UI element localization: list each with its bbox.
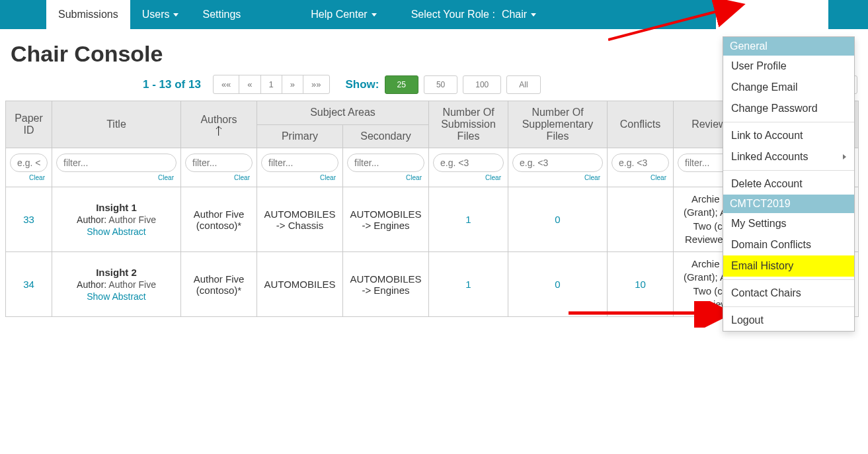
pagesize-100[interactable]: 100: [463, 75, 501, 94]
secondary-cell: AUTOMOBILES -> Engines: [343, 252, 429, 317]
divider: [723, 170, 854, 171]
filter-conflicts[interactable]: [612, 154, 669, 172]
col-secondary[interactable]: Secondary: [343, 124, 429, 148]
chevron-down-icon: [173, 13, 178, 17]
menu-delete-account[interactable]: Delete Account: [723, 173, 854, 195]
role-label: Select Your Role :: [411, 9, 495, 21]
show-abstract-link[interactable]: Show Abstract: [87, 226, 146, 237]
filter-secondary[interactable]: [347, 154, 424, 172]
paper-id-link[interactable]: 34: [23, 279, 34, 290]
menu-email-history[interactable]: Email History: [723, 255, 854, 277]
chevron-down-icon: [372, 13, 377, 17]
paper-author-line: Author: Author Five: [56, 279, 177, 290]
filter-numsupp[interactable]: [512, 154, 603, 172]
pagesize-25[interactable]: 25: [385, 75, 418, 94]
clear-filter[interactable]: Clear: [10, 174, 48, 181]
clear-filter[interactable]: Clear: [185, 174, 253, 181]
col-authors[interactable]: Authors 🡑: [181, 101, 257, 148]
nav-submissions[interactable]: Submissions: [46, 0, 130, 29]
chevron-right-icon: [843, 154, 846, 159]
primary-cell: AUTOMOBILES: [257, 252, 343, 317]
secondary-cell: AUTOMOBILES -> Engines: [343, 187, 429, 252]
col-title[interactable]: Title: [52, 101, 181, 148]
show-abstract-link[interactable]: Show Abstract: [87, 291, 146, 302]
pager: «« « 1 » »»: [213, 75, 330, 94]
menu-link-account[interactable]: Link to Account: [723, 125, 854, 146]
col-num-sub[interactable]: Number Of Submission Files: [429, 101, 508, 148]
menu-domain-conflicts[interactable]: Domain Conflicts: [723, 234, 854, 255]
chevron-down-icon: [531, 13, 536, 17]
nav-settings[interactable]: Settings: [190, 0, 253, 29]
menu-logout[interactable]: Logout: [723, 310, 854, 317]
paper-id-link[interactable]: 33: [23, 214, 34, 225]
pagesize-all[interactable]: All: [506, 75, 540, 94]
dropdown-section-conf: CMTCT2019: [723, 195, 854, 213]
col-num-supp[interactable]: Number Of Supplementary Files: [508, 101, 608, 148]
user-menu-trigger[interactable]: [716, 0, 828, 29]
menu-my-settings[interactable]: My Settings: [723, 213, 854, 234]
numsub-link[interactable]: 1: [465, 214, 471, 225]
col-authors-label: Authors: [200, 114, 237, 125]
clear-filter[interactable]: Clear: [347, 174, 424, 181]
filter-authors[interactable]: [185, 154, 253, 172]
col-paper-id[interactable]: Paper ID: [6, 101, 52, 148]
authors-cell: Author Five (contoso)*: [181, 187, 257, 252]
menu-change-password[interactable]: Change Password: [723, 98, 854, 119]
pagesize-50[interactable]: 50: [424, 75, 457, 94]
numsupp-link[interactable]: 0: [555, 214, 560, 225]
nav-users-label: Users: [142, 9, 170, 21]
pager-next[interactable]: »: [282, 75, 303, 94]
clear-filter[interactable]: Clear: [612, 174, 669, 181]
pagesize-label: Show:: [346, 78, 379, 91]
col-conflicts[interactable]: Conflicts: [608, 101, 674, 148]
clear-filter[interactable]: Clear: [56, 174, 177, 181]
pager-range: 1 - 13 of 13: [143, 78, 201, 91]
pager-page[interactable]: 1: [260, 75, 282, 94]
numsupp-link[interactable]: 0: [555, 279, 560, 290]
dropdown-section-general: General: [723, 37, 854, 56]
divider: [723, 306, 854, 307]
menu-change-email[interactable]: Change Email: [723, 77, 854, 98]
role-selector: Select Your Role : Chair: [402, 0, 545, 29]
menu-contact-chairs[interactable]: Contact Chairs: [723, 283, 854, 304]
filter-numsub[interactable]: [433, 154, 504, 172]
authors-cell: Author Five (contoso)*: [181, 252, 257, 317]
clear-filter[interactable]: Clear: [512, 174, 603, 181]
user-dropdown: General User Profile Change Email Change…: [723, 36, 855, 317]
paper-title: Insight 2: [56, 267, 177, 278]
menu-linked-accounts-label: Linked Accounts: [731, 151, 809, 163]
role-value[interactable]: Chair: [502, 9, 536, 21]
numsub-link[interactable]: 1: [465, 279, 471, 290]
clear-filter[interactable]: Clear: [261, 174, 338, 181]
pager-prev[interactable]: «: [239, 75, 260, 94]
pager-last[interactable]: »»: [303, 75, 329, 94]
filter-title[interactable]: [56, 154, 177, 172]
top-nav: Submissions Users Settings Help Center S…: [0, 0, 868, 29]
primary-cell: AUTOMOBILES -> Chassis: [257, 187, 343, 252]
filter-id[interactable]: [10, 154, 48, 172]
menu-linked-accounts[interactable]: Linked Accounts: [723, 146, 854, 167]
paper-title: Insight 1: [56, 202, 177, 213]
col-primary[interactable]: Primary: [257, 124, 343, 148]
pager-first[interactable]: ««: [213, 75, 239, 94]
nav-help-label: Help Center: [311, 9, 367, 21]
divider: [723, 279, 854, 280]
conflicts-link[interactable]: 10: [635, 279, 646, 290]
filter-primary[interactable]: [261, 154, 338, 172]
divider: [723, 122, 854, 122]
menu-user-profile[interactable]: User Profile: [723, 56, 854, 77]
paper-author-line: Author: Author Five: [56, 214, 177, 225]
sort-asc-icon: 🡑: [185, 128, 253, 135]
col-subject-areas: Subject Areas: [257, 101, 429, 125]
clear-filter[interactable]: Clear: [433, 174, 504, 181]
nav-users[interactable]: Users: [130, 0, 191, 29]
role-value-text: Chair: [502, 9, 527, 21]
nav-help[interactable]: Help Center: [299, 0, 388, 29]
